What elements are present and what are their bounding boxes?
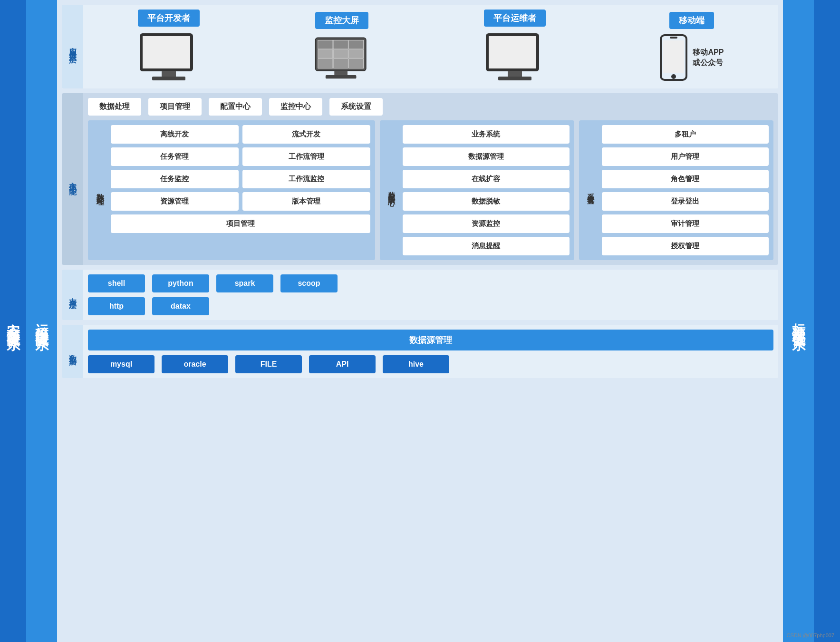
tab-data-processing[interactable]: 数据处理 (88, 98, 141, 116)
datasource-file: FILE (235, 355, 302, 373)
mc-label: 监控配置中心 (385, 125, 399, 255)
dp-workflow-mgmt: 工作流管理 (242, 147, 370, 166)
app-layer-label: 应用层展示层 (62, 5, 83, 88)
mobile-item-content: 移动APP或公众号 (659, 34, 724, 81)
dp-task-monitor: 任务监控 (111, 170, 239, 188)
support-shell: shell (88, 274, 145, 292)
right-outer-label: 标准规范体系 (783, 0, 814, 642)
tab-config-center[interactable]: 配置中心 (209, 98, 262, 116)
function-body: 数据处理 离线开发 流式开发 任务管理 工作流管理 任务监控 工作流监控 资源管… (88, 120, 773, 260)
svg-rect-11 (333, 40, 348, 49)
svg-rect-2 (162, 71, 176, 77)
main-function-content: 数据处理 项目管理 配置中心 监控中心 系统设置 数据处理 离线开发 流式 (83, 93, 778, 265)
mobile-label: 移动端 (669, 12, 714, 29)
dp-offline-dev: 离线开发 (111, 125, 239, 144)
main-function-section: 主体功能 数据处理 项目管理 配置中心 监控中心 系统设置 数据处理 (62, 93, 778, 265)
svg-rect-24 (498, 77, 531, 80)
support-datax: datax (152, 297, 209, 315)
ss-multi-tenant: 多租户 (602, 125, 769, 144)
monitor-grid-icon (313, 34, 370, 81)
dp-project-mgmt: 项目管理 (111, 214, 370, 233)
ss-login-logout: 登录登出 (602, 192, 769, 211)
mc-data-desensitize: 数据脱敏 (403, 192, 570, 211)
svg-rect-15 (349, 49, 363, 58)
ss-auth-mgmt: 授权管理 (602, 237, 769, 255)
dp-grid: 离线开发 流式开发 任务管理 工作流管理 任务监控 工作流监控 资源管理 版本管… (111, 125, 370, 211)
dp-stream-dev: 流式开发 (242, 125, 370, 144)
mc-online-expand: 在线扩容 (403, 170, 570, 188)
data-layer-label: 数据层 (62, 325, 83, 378)
dp-label: 数据处理 (93, 125, 107, 255)
ss-audit-mgmt: 审计管理 (602, 214, 769, 233)
system-settings-area: 系统设置 多租户 用户管理 角色管理 登录登出 审计管理 授权管理 (579, 120, 773, 260)
ops-label: 平台运维者 (484, 10, 546, 27)
developer-label: 平台开发者 (138, 10, 200, 27)
main-function-label: 主体功能 (62, 93, 83, 265)
svg-rect-28 (670, 37, 677, 39)
datasource-hive: hive (383, 355, 449, 373)
monitor-config-area: 监控配置中心 业务系统 数据源管理 在线扩容 数据脱敏 资源监控 消息提醒 (380, 120, 574, 260)
svg-rect-23 (508, 71, 522, 77)
svg-rect-13 (318, 49, 332, 58)
datasource-row: mysql oracle FILE API hive (88, 355, 773, 373)
ss-role-mgmt: 角色管理 (602, 170, 769, 188)
dp-content: 离线开发 流式开发 任务管理 工作流管理 任务监控 工作流监控 资源管理 版本管… (111, 125, 370, 255)
datasource-api: API (309, 355, 376, 373)
left-outer-label: 安全保障体系 (0, 0, 26, 642)
svg-rect-20 (326, 75, 357, 78)
app-item-ops: 平台运维者 (484, 10, 546, 84)
app-item-monitor: 监控大屏 (313, 12, 370, 81)
support-row-1: shell python spark scoop (88, 274, 773, 292)
dp-task-mgmt: 任务管理 (111, 147, 239, 166)
dp-resource-mgmt: 资源管理 (111, 192, 239, 211)
mobile-phone-icon (659, 34, 688, 81)
tab-project-mgmt[interactable]: 项目管理 (148, 98, 202, 116)
datasource-mysql: mysql (88, 355, 154, 373)
svg-rect-19 (334, 71, 348, 75)
support-row-2: http datax (88, 297, 773, 315)
ss-label: 系统设置 (584, 125, 598, 255)
support-spark: spark (216, 274, 273, 292)
ss-content: 多租户 用户管理 角色管理 登录登出 审计管理 授权管理 (602, 125, 769, 255)
datasource-oracle: oracle (162, 355, 228, 373)
svg-rect-1 (143, 36, 190, 68)
svg-rect-10 (318, 40, 332, 49)
support-layer-section: 支撑层 shell python spark scoop http datax (62, 270, 778, 320)
svg-rect-14 (333, 49, 348, 58)
mobile-extra-text: 移动APP或公众号 (693, 47, 724, 68)
mc-biz-system: 业务系统 (403, 125, 570, 144)
data-processing-area: 数据处理 离线开发 流式开发 任务管理 工作流管理 任务监控 工作流监控 资源管… (88, 120, 375, 260)
support-scoop: scoop (280, 274, 338, 292)
support-layer-label: 支撑层 (62, 270, 83, 320)
svg-rect-22 (489, 36, 536, 68)
svg-rect-3 (152, 77, 185, 80)
app-layer-section: 应用层展示层 平台开发者 监控大屏 (62, 5, 778, 88)
mc-datasource-mgmt: 数据源管理 (403, 147, 570, 166)
dp-workflow-monitor: 工作流监控 (242, 170, 370, 188)
tab-monitor-center[interactable]: 监控中心 (269, 98, 322, 116)
app-layer-content: 平台开发者 监控大屏 (88, 10, 773, 84)
developer-monitor-icon (138, 31, 200, 84)
svg-rect-26 (663, 40, 684, 73)
watermark: CSDN @007php007 (787, 632, 834, 638)
mc-content: 业务系统 数据源管理 在线扩容 数据脱敏 资源监控 消息提醒 (403, 125, 570, 255)
tab-system-settings[interactable]: 系统设置 (329, 98, 383, 116)
app-item-developer: 平台开发者 (138, 10, 200, 84)
data-layer-section: 数据层 数据源管理 mysql oracle FILE API hive (62, 325, 778, 378)
data-layer-content: 数据源管理 mysql oracle FILE API hive (88, 330, 773, 373)
svg-point-27 (671, 74, 676, 79)
dp-version-mgmt: 版本管理 (242, 192, 370, 211)
datasource-bar: 数据源管理 (88, 330, 773, 350)
support-python: python (152, 274, 209, 292)
left-inner-label: 运维保障体系 (26, 0, 57, 642)
svg-rect-16 (318, 59, 332, 68)
mc-message-alert: 消息提醒 (403, 237, 570, 255)
svg-rect-12 (349, 40, 363, 49)
ss-user-mgmt: 用户管理 (602, 147, 769, 166)
support-layer-content: shell python spark scoop http datax (88, 274, 773, 315)
app-item-mobile: 移动端 移动APP或公众号 (659, 12, 724, 81)
mc-resource-monitor: 资源监控 (403, 214, 570, 233)
monitor-label: 监控大屏 (315, 12, 368, 29)
function-tabs: 数据处理 项目管理 配置中心 监控中心 系统设置 (88, 98, 773, 116)
svg-rect-17 (333, 59, 348, 68)
